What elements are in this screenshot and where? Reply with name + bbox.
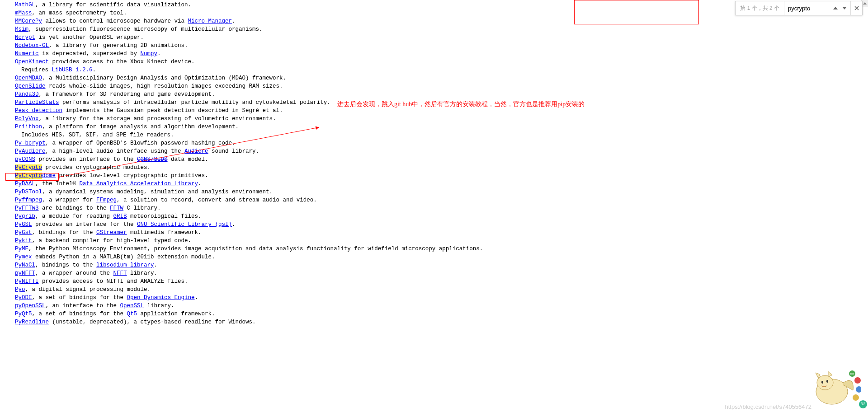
list-item: PyODE, a set of bindings for the Open Dy…: [15, 294, 868, 302]
package-link[interactable]: Numeric: [15, 51, 39, 57]
package-link[interactable]: pyOpenSSL: [15, 303, 46, 309]
package-link[interactable]: OpenSlide: [15, 83, 46, 89]
inline-link[interactable]: GRIB: [113, 213, 127, 220]
package-link[interactable]: Pygrib: [15, 213, 35, 220]
package-link[interactable]: Msim: [15, 26, 28, 33]
find-close-button[interactable]: [850, 1, 862, 15]
list-item: Requires LibUSB 1.2.6.: [15, 66, 868, 74]
list-item: Py-bcrypt, a wrapper of OpenBSD's Blowfi…: [15, 139, 868, 147]
inline-link[interactable]: GNU Scientific Library (gsl): [137, 221, 232, 228]
package-link[interactable]: PyGSL: [15, 221, 32, 228]
package-link[interactable]: PyDSTool: [15, 189, 42, 195]
annotation-text: 进去后会发现，跳入git hub中，然后有官方的安装教程，当然，官方也是推荐用p…: [337, 100, 585, 108]
list-item: Nodebox-GL, a library for generating 2D …: [15, 42, 868, 50]
package-link[interactable]: Priithon: [15, 124, 42, 130]
list-item: OpenMDAO, a Multidisciplinary Design Ana…: [15, 74, 868, 82]
inline-link[interactable]: GStreamer: [96, 229, 127, 236]
find-count: 第 1 个，共 2 个: [736, 1, 784, 15]
mascot-image: 中: [802, 358, 861, 407]
find-input[interactable]: [784, 1, 830, 15]
package-link[interactable]: Pyo: [15, 286, 25, 293]
list-item: Msim, superresolution fluorescence micro…: [15, 25, 868, 33]
package-link[interactable]: ParticleStats: [15, 99, 59, 106]
package-link[interactable]: PyGst: [15, 229, 32, 236]
inline-link[interactable]: Open Dynamics Engine: [127, 295, 195, 301]
list-item: OpenSlide reads whole-slide images, high…: [15, 82, 868, 90]
package-link[interactable]: Ncrypt: [15, 34, 35, 41]
package-link[interactable]: OpenKinect: [15, 59, 49, 65]
package-link[interactable]: PyQt5: [15, 311, 32, 317]
svg-point-8: [853, 394, 859, 401]
corner-badge: 32: [859, 400, 867, 408]
package-link[interactable]: MMCorePy: [15, 18, 42, 24]
list-item: PyGSL provides an interface for the GNU …: [15, 220, 868, 229]
package-link[interactable]: MathGL: [15, 2, 35, 8]
list-item: PyDSTool, a dynamical systems modeling, …: [15, 188, 868, 196]
list-item: pyOpenSSL, an interface to the OpenSSL l…: [15, 302, 868, 310]
package-link[interactable]: Peak detection: [15, 108, 62, 114]
package-link[interactable]: Nodebox-GL: [15, 42, 49, 49]
list-item: Pyffmpeg, a wrapper for FFmpeg, a soluti…: [15, 196, 868, 204]
svg-point-3: [821, 381, 823, 384]
inline-link[interactable]: Data Analytics Acceleration Library: [80, 181, 198, 187]
package-link[interactable]: PyAudiere: [15, 148, 46, 154]
package-link[interactable]: OpenMDAO: [15, 75, 42, 81]
package-link[interactable]: PolyVox: [15, 116, 39, 122]
list-item: Pygrib, a module for reading GRIB meteor…: [15, 212, 868, 220]
package-link[interactable]: mMass: [15, 10, 32, 16]
inline-link[interactable]: Audiere: [184, 148, 208, 154]
package-link[interactable]: PyDAAL: [15, 181, 35, 187]
list-item: PolyVox, a library for the storage and p…: [15, 115, 868, 123]
package-link[interactable]: PyCrypto: [15, 164, 42, 171]
list-item: pyNFFT, a wrapper around the NFFT librar…: [15, 269, 868, 277]
list-item: pyCGNS provides an interface to the CGNS…: [15, 155, 868, 164]
package-link[interactable]: pyNFFT: [15, 270, 35, 276]
list-item: PyGst, bindings for the GStreamer multim…: [15, 229, 868, 237]
package-list: MathGL, a library for scientific data vi…: [0, 0, 868, 326]
list-item: PyME, the Python Microscopy Environment,…: [15, 245, 868, 253]
inline-link[interactable]: NFFT: [113, 270, 127, 276]
find-next-button[interactable]: [840, 4, 849, 12]
package-link[interactable]: pyCGNS: [15, 156, 35, 163]
find-prev-button[interactable]: [831, 4, 840, 12]
inline-link[interactable]: OpenSSL: [120, 303, 144, 309]
inline-link[interactable]: libsodium library: [96, 262, 154, 268]
list-item: Priithon, a platform for image analysis …: [15, 123, 868, 131]
package-link[interactable]: PyFFTW3: [15, 205, 39, 211]
svg-point-2: [817, 375, 833, 390]
list-item: PyFFTW3 are bindings to the FFTW C libra…: [15, 204, 868, 212]
package-link[interactable]: PyNIfTI: [15, 278, 39, 285]
inline-link[interactable]: CGNS/SIDS: [137, 156, 168, 163]
list-item: Numeric is deprecated, superseded by Num…: [15, 50, 868, 58]
package-link[interactable]: PyCryptodome: [15, 173, 56, 179]
list-item: Ncrypt is yet another OpenSSL wrapper.: [15, 33, 868, 42]
list-item: Pykit, a backend compiler for high-level…: [15, 237, 868, 245]
list-item: Pyo, a digital signal processing module.: [15, 286, 868, 294]
inline-link[interactable]: Micro-Manager: [188, 18, 232, 24]
inline-link[interactable]: Qt5: [127, 311, 137, 317]
svg-point-4: [826, 380, 828, 383]
list-item: PyAudiere, a high-level audio interface …: [15, 147, 868, 155]
list-item: PyDAAL, the Intel® Data Analytics Accele…: [15, 180, 868, 188]
list-item: PyNaCl, bindings to the libsodium librar…: [15, 261, 868, 269]
package-link[interactable]: Pymex: [15, 254, 32, 260]
list-item: OpenKinect provides access to the Xbox K…: [15, 58, 868, 66]
package-link[interactable]: Pykit: [15, 238, 32, 244]
list-item: Panda3D, a framework for 3D rendering an…: [15, 90, 868, 98]
package-link[interactable]: Panda3D: [15, 91, 39, 98]
package-link[interactable]: PyODE: [15, 295, 32, 301]
package-link[interactable]: Py-bcrypt: [15, 140, 46, 146]
package-link[interactable]: PyME: [15, 246, 28, 252]
package-link[interactable]: PyReadline: [15, 319, 49, 325]
list-item: PyNIfTI provides access to NIfTI and ANA…: [15, 277, 868, 286]
list-item: MMCorePy allows to control microscope ha…: [15, 17, 868, 25]
inline-link[interactable]: FFTW: [110, 205, 123, 211]
package-link[interactable]: PyNaCl: [15, 262, 35, 268]
find-bar: 第 1 个，共 2 个: [735, 1, 863, 15]
list-item: PyCryptodome provides low-level cryptogr…: [15, 172, 868, 180]
package-link[interactable]: Pyffmpeg: [15, 197, 42, 203]
inline-link[interactable]: Numpy: [141, 51, 158, 57]
inline-link[interactable]: LibUSB 1.2.6: [52, 67, 93, 73]
list-item: PyQt5, a set of bindings for the Qt5 app…: [15, 310, 868, 318]
inline-link[interactable]: FFmpeg: [96, 197, 117, 203]
